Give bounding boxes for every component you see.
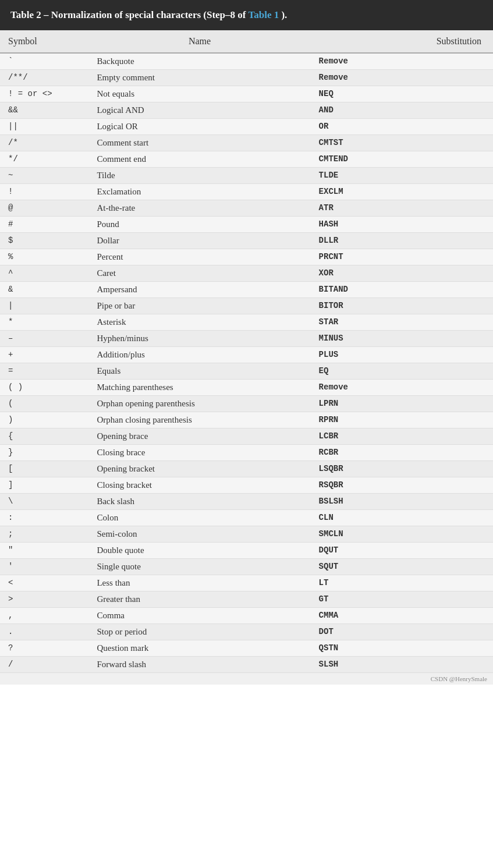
table-body: `BackquoteRemove/**/Empty commentRemove!…	[0, 53, 493, 673]
table-row: ( )Matching parenthesesRemove	[0, 379, 493, 395]
table-row: ||Logical OROR	[0, 118, 493, 134]
cell-substitution: STAR	[311, 314, 493, 330]
cell-symbol: (	[0, 395, 88, 412]
cell-substitution: DOT	[311, 623, 493, 640]
table-row: #PoundHASH	[0, 216, 493, 232]
cell-substitution: Remove	[311, 379, 493, 395]
cell-name: Pound	[88, 216, 310, 232]
cell-name: Percent	[88, 249, 310, 265]
cell-substitution: TLDE	[311, 167, 493, 183]
cell-substitution: CMTST	[311, 134, 493, 151]
cell-substitution: CMTEND	[311, 151, 493, 167]
cell-symbol: ^	[0, 265, 88, 281]
cell-symbol: \	[0, 493, 88, 509]
cell-name: Stop or period	[88, 623, 310, 640]
cell-name: Question mark	[88, 640, 310, 656]
table-row: >Greater thanGT	[0, 591, 493, 607]
table-row: ^CaretXOR	[0, 265, 493, 281]
title-main: Table 2 – Normalization of special chara…	[10, 9, 246, 20]
table-row: )Orphan closing parenthesisRPRN	[0, 412, 493, 428]
cell-substitution: CMMA	[311, 607, 493, 623]
col-name: Name	[88, 30, 310, 53]
cell-name: Double quote	[88, 542, 310, 558]
page-container: Table 2 – Normalization of special chara…	[0, 0, 493, 868]
cell-substitution: RSQBR	[311, 477, 493, 493]
cell-symbol: #	[0, 216, 88, 232]
cell-substitution: SMCLN	[311, 526, 493, 542]
table-row: [Opening bracketLSQBR	[0, 460, 493, 477]
cell-name: Matching parentheses	[88, 379, 310, 395]
cell-name: Forward slash	[88, 656, 310, 672]
cell-name: Empty comment	[88, 69, 310, 86]
cell-substitution: EQ	[311, 363, 493, 379]
cell-substitution: Remove	[311, 53, 493, 70]
cell-symbol: @	[0, 200, 88, 216]
cell-symbol: ?	[0, 640, 88, 656]
cell-substitution: BSLSH	[311, 493, 493, 509]
cell-substitution: NEQ	[311, 86, 493, 102]
table-row: ]Closing bracketRSQBR	[0, 477, 493, 493]
cell-symbol: |	[0, 297, 88, 314]
cell-symbol: `	[0, 53, 88, 70]
title-link[interactable]: Table 1	[248, 9, 279, 20]
cell-substitution: DQUT	[311, 542, 493, 558]
cell-symbol: :	[0, 509, 88, 526]
cell-substitution: MINUS	[311, 330, 493, 346]
table-row: !ExclamationEXCLM	[0, 183, 493, 200]
table-row: |Pipe or barBITOR	[0, 297, 493, 314]
cell-symbol: [	[0, 460, 88, 477]
cell-symbol: {	[0, 428, 88, 444]
cell-name: Opening brace	[88, 428, 310, 444]
cell-substitution: PLUS	[311, 346, 493, 363]
cell-substitution: OR	[311, 118, 493, 134]
cell-name: Equals	[88, 363, 310, 379]
cell-name: Ampersand	[88, 281, 310, 297]
cell-substitution: LCBR	[311, 428, 493, 444]
cell-symbol: ,	[0, 607, 88, 623]
table-row: {Opening braceLCBR	[0, 428, 493, 444]
footer-credit: CSDN @HenrySmale	[0, 673, 493, 685]
cell-name: Opening bracket	[88, 460, 310, 477]
cell-substitution: XOR	[311, 265, 493, 281]
cell-name: Single quote	[88, 558, 310, 575]
cell-name: Orphan opening parenthesis	[88, 395, 310, 412]
cell-name: Back slash	[88, 493, 310, 509]
title-suffix: ).	[281, 9, 287, 20]
cell-name: Comment start	[88, 134, 310, 151]
cell-name: Semi-colon	[88, 526, 310, 542]
cell-substitution: LPRN	[311, 395, 493, 412]
cell-symbol: ( )	[0, 379, 88, 395]
cell-symbol: ||	[0, 118, 88, 134]
table-row: ;Semi-colonSMCLN	[0, 526, 493, 542]
table-row: <Less thanLT	[0, 575, 493, 591]
cell-substitution: RPRN	[311, 412, 493, 428]
table-row: %PercentPRCNT	[0, 249, 493, 265]
cell-name: Less than	[88, 575, 310, 591]
cell-symbol: "	[0, 542, 88, 558]
cell-substitution: SQUT	[311, 558, 493, 575]
cell-name: Colon	[88, 509, 310, 526]
cell-substitution: LSQBR	[311, 460, 493, 477]
table-header-row: Symbol Name Substitution	[0, 30, 493, 53]
cell-symbol: &	[0, 281, 88, 297]
table-row: @At-the-rateATR	[0, 200, 493, 216]
cell-substitution: AND	[311, 102, 493, 118]
cell-symbol: *	[0, 314, 88, 330]
cell-substitution: BITAND	[311, 281, 493, 297]
table-row: /**/Empty commentRemove	[0, 69, 493, 86]
cell-symbol: !	[0, 183, 88, 200]
cell-symbol: –	[0, 330, 88, 346]
col-substitution: Substitution	[311, 30, 493, 53]
cell-name: Exclamation	[88, 183, 310, 200]
cell-substitution: RCBR	[311, 444, 493, 460]
cell-symbol: */	[0, 151, 88, 167]
cell-name: Dollar	[88, 232, 310, 249]
table-row: `BackquoteRemove	[0, 53, 493, 70]
cell-symbol: >	[0, 591, 88, 607]
cell-substitution: DLLR	[311, 232, 493, 249]
cell-symbol: ~	[0, 167, 88, 183]
cell-symbol: ;	[0, 526, 88, 542]
main-table: Symbol Name Substitution `BackquoteRemov…	[0, 30, 493, 673]
cell-substitution: QSTN	[311, 640, 493, 656]
cell-symbol: %	[0, 249, 88, 265]
